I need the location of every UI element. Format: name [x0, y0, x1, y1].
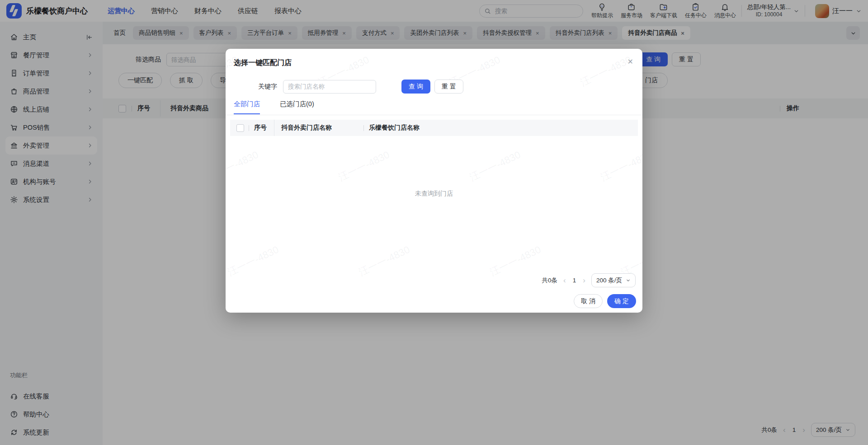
keyword-input[interactable]	[283, 80, 376, 94]
divider	[226, 115, 642, 115]
tab-selected-stores[interactable]: 已选门店(0)	[280, 100, 314, 114]
modal-reset-button[interactable]: 重 置	[434, 80, 463, 94]
modal-pagination: 共0条 ‹ 1 › 200 条/页	[542, 273, 636, 287]
modal-title: 选择一键匹配门店	[234, 58, 292, 68]
divider	[249, 125, 249, 131]
current-page[interactable]: 1	[572, 277, 577, 284]
keyword-filter: 关键字 查 询 重 置	[258, 80, 463, 94]
prev-page-button[interactable]: ‹	[563, 276, 566, 284]
empty-state-text: 未查询到门店	[226, 190, 642, 198]
store-tabs: 全部门店 已选门店(0)	[234, 100, 314, 114]
page-size-select[interactable]: 200 条/页	[591, 273, 636, 287]
select-all-checkbox[interactable]	[236, 124, 244, 132]
modal-search-button[interactable]: 查 询	[401, 80, 430, 94]
next-page-button[interactable]: ›	[583, 276, 585, 284]
select-match-store-dialog: 汪一一-4830汪一一-4830汪一一-4830汪一一-4830汪一一-4830…	[226, 49, 642, 313]
divider	[274, 120, 274, 136]
modal-footer: 取 消 确 定	[574, 294, 636, 308]
cancel-button[interactable]: 取 消	[574, 294, 603, 308]
column-lemon-store-name: 乐檬餐饮门店名称	[369, 124, 420, 132]
stores-table-header: 序号 抖音外卖门店名称 乐檬餐饮门店名称	[230, 120, 638, 136]
divider	[363, 125, 364, 131]
column-douyin-store-name: 抖音外卖门店名称	[281, 124, 332, 132]
tab-all-stores[interactable]: 全部门店	[234, 100, 260, 114]
keyword-label: 关键字	[258, 83, 277, 91]
confirm-button[interactable]: 确 定	[607, 294, 636, 308]
close-icon[interactable]: ✕	[627, 57, 634, 66]
total-count: 共0条	[542, 276, 558, 285]
chevron-down-icon	[626, 278, 631, 283]
column-index: 序号	[254, 124, 267, 132]
